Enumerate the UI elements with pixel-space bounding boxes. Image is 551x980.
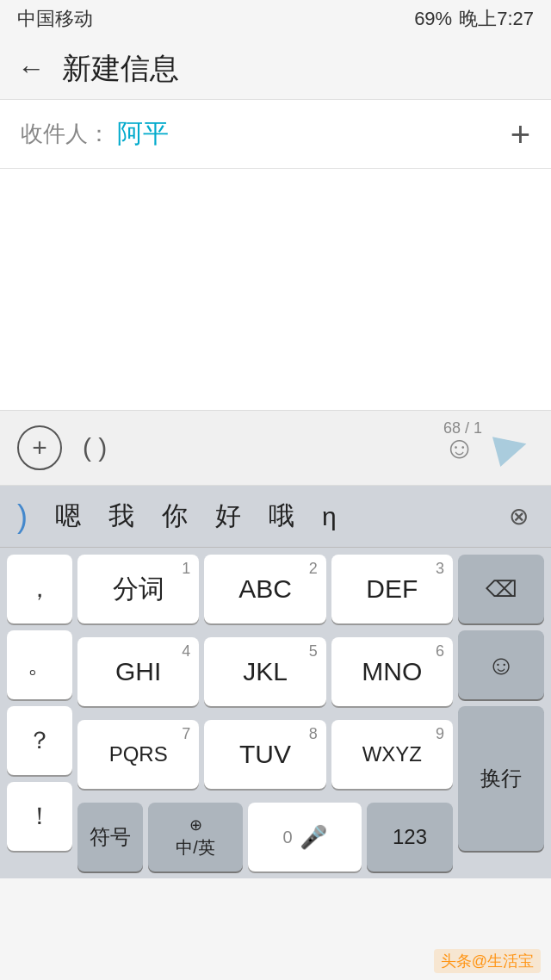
emoji-icon: ☺ bbox=[487, 649, 516, 681]
space-num: 0 bbox=[282, 828, 292, 847]
delete-icon: ⊗ bbox=[509, 502, 529, 530]
key-5-jkl[interactable]: 5 JKL bbox=[204, 637, 325, 706]
key-3-def[interactable]: 3 DEF bbox=[331, 555, 453, 623]
status-right: 69% 晚上7:27 bbox=[414, 6, 534, 32]
recipient-name[interactable]: 阿平 bbox=[117, 116, 511, 152]
kb-row-bottom: 符号 ⊕ 中/英 0 🎤 123 bbox=[77, 803, 453, 871]
key-4-ghi[interactable]: 4 GHI bbox=[77, 637, 199, 706]
header: ← 新建信息 bbox=[0, 38, 551, 100]
key-num-9: 9 bbox=[436, 725, 444, 743]
key-num-3: 3 bbox=[436, 560, 444, 578]
kb-row-2: 4 GHI 5 JKL 6 MNO bbox=[77, 637, 453, 706]
key-label-wxyz: WXYZ bbox=[362, 742, 422, 766]
message-area[interactable] bbox=[0, 169, 551, 410]
key-2-abc[interactable]: 2 ABC bbox=[204, 555, 325, 623]
candidate-bar: ) 嗯 我 你 好 哦 η ⊗ bbox=[0, 486, 551, 548]
candidate-word-2[interactable]: 我 bbox=[95, 499, 148, 534]
recipient-label: 收件人： bbox=[21, 119, 110, 149]
time: 晚上7:27 bbox=[459, 6, 534, 32]
key-label-tuv: TUV bbox=[239, 740, 291, 769]
key-num-8: 8 bbox=[309, 725, 318, 743]
punct-question[interactable]: ？ bbox=[7, 706, 72, 775]
send-icon bbox=[492, 429, 530, 467]
key-backspace[interactable]: ⌫ bbox=[458, 555, 544, 623]
key-label-fenci: 分词 bbox=[113, 572, 164, 607]
keyboard: ， 。 ？ ！ 1 分词 2 ABC 3 DEF bbox=[0, 548, 551, 878]
key-enter[interactable]: 换行 bbox=[458, 706, 544, 851]
key-num-4: 4 bbox=[182, 642, 190, 661]
send-button[interactable] bbox=[489, 425, 534, 470]
numbers-label: 123 bbox=[393, 825, 427, 849]
key-label-jkl: JKL bbox=[243, 657, 288, 686]
mic-icon: 🎤 bbox=[300, 824, 327, 851]
key-9-wxyz[interactable]: 9 WXYZ bbox=[331, 720, 453, 789]
key-label-mno: MNO bbox=[362, 657, 422, 686]
candidate-word-6[interactable]: η bbox=[308, 502, 350, 531]
key-1-fenci[interactable]: 1 分词 bbox=[77, 555, 199, 623]
key-symbol[interactable]: 符号 bbox=[77, 803, 143, 871]
key-123[interactable]: 123 bbox=[367, 803, 453, 871]
char-counter: 68 / 1 bbox=[443, 419, 482, 437]
punct-exclaim[interactable]: ！ bbox=[7, 782, 72, 851]
carrier-signal: 中国移动 bbox=[17, 6, 93, 32]
kb-row-3: 7 PQRS 8 TUV 9 WXYZ bbox=[77, 720, 453, 789]
symbol-label: 符号 bbox=[90, 823, 131, 851]
back-button[interactable]: ← bbox=[17, 53, 45, 84]
battery: 69% bbox=[414, 8, 452, 30]
candidate-delete-button[interactable]: ⊗ bbox=[496, 494, 541, 539]
key-num-2: 2 bbox=[309, 560, 318, 578]
recipient-row: 收件人： 阿平 + bbox=[0, 100, 551, 169]
key-emoji[interactable]: ☺ bbox=[458, 630, 544, 699]
key-label-ghi: GHI bbox=[115, 657, 161, 686]
backspace-icon: ⌫ bbox=[486, 576, 517, 603]
candidate-paren[interactable]: ) bbox=[10, 499, 34, 535]
add-recipient-button[interactable]: + bbox=[511, 117, 530, 152]
key-label-pqrs: PQRS bbox=[109, 742, 168, 766]
candidate-word-5[interactable]: 哦 bbox=[255, 499, 308, 534]
punct-period[interactable]: 。 bbox=[7, 630, 72, 699]
key-label-abc: ABC bbox=[238, 574, 292, 604]
lang-label: 中/英 bbox=[176, 836, 215, 859]
brackets-button[interactable]: ( ) bbox=[83, 433, 443, 462]
key-num-7: 7 bbox=[182, 725, 190, 743]
key-label-def: DEF bbox=[366, 574, 418, 604]
right-special-column: ⌫ ☺ 换行 bbox=[458, 555, 544, 871]
key-space[interactable]: 0 🎤 bbox=[248, 803, 362, 871]
punctuation-column: ， 。 ？ ！ bbox=[7, 555, 72, 871]
key-num-1: 1 bbox=[182, 560, 190, 578]
punct-comma[interactable]: ， bbox=[7, 555, 72, 623]
status-bar: 中国移动 69% 晚上7:27 bbox=[0, 0, 551, 38]
globe-icon: ⊕ bbox=[189, 816, 202, 834]
candidate-word-3[interactable]: 你 bbox=[148, 499, 201, 534]
attach-button[interactable]: + bbox=[17, 425, 62, 470]
page-title: 新建信息 bbox=[62, 49, 179, 89]
key-6-mno[interactable]: 6 MNO bbox=[331, 637, 453, 706]
kb-row-1: 1 分词 2 ABC 3 DEF bbox=[77, 555, 453, 623]
key-lang[interactable]: ⊕ 中/英 bbox=[148, 803, 243, 871]
key-8-tuv[interactable]: 8 TUV bbox=[204, 720, 325, 789]
key-num-6: 6 bbox=[436, 642, 444, 661]
watermark: 头条@生活宝 bbox=[434, 949, 541, 973]
key-7-pqrs[interactable]: 7 PQRS bbox=[77, 720, 199, 789]
toolbar: + ( ) 68 / 1 ☺ bbox=[0, 410, 551, 486]
candidate-word-1[interactable]: 嗯 bbox=[41, 499, 95, 534]
candidate-word-4[interactable]: 好 bbox=[201, 499, 255, 534]
enter-label: 换行 bbox=[480, 765, 522, 792]
key-num-5: 5 bbox=[309, 642, 318, 661]
plus-icon: + bbox=[32, 433, 47, 462]
